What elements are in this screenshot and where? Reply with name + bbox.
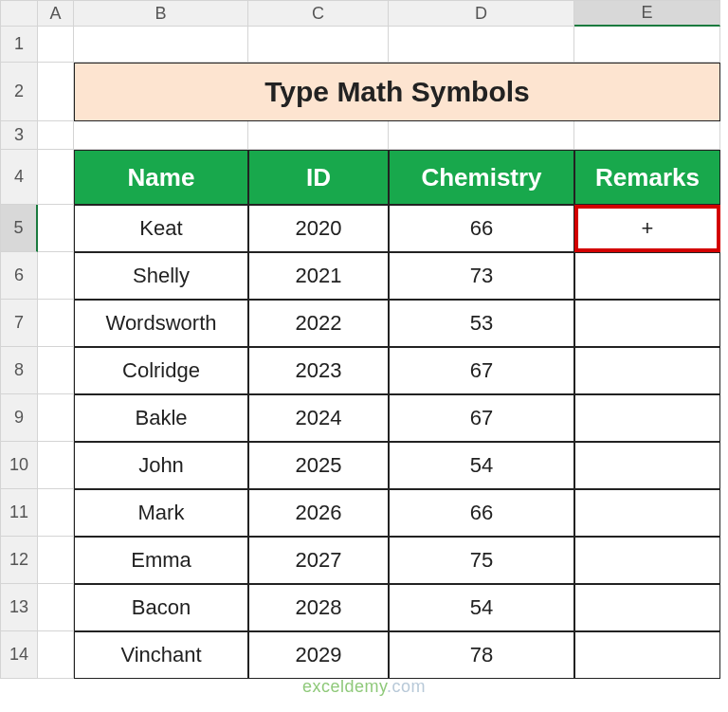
cell-A6[interactable] [38,252,74,300]
cell-E6[interactable] [574,252,720,300]
col-header-D[interactable]: D [389,0,574,27]
row-header-13[interactable]: 13 [0,584,38,631]
cell-C1[interactable] [248,27,389,63]
table-header-id[interactable]: ID [248,150,389,205]
cell-D8[interactable]: 67 [389,347,574,394]
cell-E13[interactable] [574,584,720,631]
cell-B6[interactable]: Shelly [74,252,248,300]
cell-D5[interactable]: 66 [389,205,574,252]
watermark-brand: exceldemy [302,677,387,696]
col-header-A[interactable]: A [38,0,74,27]
row-header-14[interactable]: 14 [0,631,38,679]
spreadsheet-grid: A B C D E 1 2 Type Math Symbols 3 4 Name… [0,0,728,679]
cell-B1[interactable] [74,27,248,63]
cell-D6[interactable]: 73 [389,252,574,300]
row-header-2[interactable]: 2 [0,63,38,121]
cell-E12[interactable] [574,537,720,584]
cell-E7[interactable] [574,300,720,347]
cell-C12[interactable]: 2027 [248,537,389,584]
row-header-7[interactable]: 7 [0,300,38,347]
row-header-8[interactable]: 8 [0,347,38,394]
table-header-remarks[interactable]: Remarks [574,150,720,205]
cell-E3[interactable] [574,121,720,150]
row-header-11[interactable]: 11 [0,489,38,537]
cell-E8[interactable] [574,347,720,394]
row-header-9[interactable]: 9 [0,394,38,442]
cell-A11[interactable] [38,489,74,537]
select-all-corner[interactable] [0,0,38,27]
cell-B14[interactable]: Vinchant [74,631,248,679]
cell-E1[interactable] [574,27,720,63]
title-cell[interactable]: Type Math Symbols [74,63,720,121]
cell-A10[interactable] [38,442,74,489]
cell-C14[interactable]: 2029 [248,631,389,679]
cell-A1[interactable] [38,27,74,63]
row-header-1[interactable]: 1 [0,27,38,63]
row-header-3[interactable]: 3 [0,121,38,150]
cell-A4[interactable] [38,150,74,205]
cell-A5[interactable] [38,205,74,252]
column-header-row: A B C D E [0,0,728,27]
cell-B7[interactable]: Wordsworth [74,300,248,347]
watermark-suffix: .com [387,677,426,696]
cell-C3[interactable] [248,121,389,150]
col-header-E[interactable]: E [574,0,720,27]
cell-C10[interactable]: 2025 [248,442,389,489]
cell-B5[interactable]: Keat [74,205,248,252]
row-header-6[interactable]: 6 [0,252,38,300]
cell-B13[interactable]: Bacon [74,584,248,631]
row-header-12[interactable]: 12 [0,537,38,584]
cell-B9[interactable]: Bakle [74,394,248,442]
cell-A9[interactable] [38,394,74,442]
cell-E11[interactable] [574,489,720,537]
cell-D9[interactable]: 67 [389,394,574,442]
cell-A14[interactable] [38,631,74,679]
cell-A7[interactable] [38,300,74,347]
table-header-chemistry[interactable]: Chemistry [389,150,574,205]
cell-B11[interactable]: Mark [74,489,248,537]
cell-C5[interactable]: 2020 [248,205,389,252]
cell-B12[interactable]: Emma [74,537,248,584]
row-header-10[interactable]: 10 [0,442,38,489]
cell-D12[interactable]: 75 [389,537,574,584]
cell-D10[interactable]: 54 [389,442,574,489]
col-header-C[interactable]: C [248,0,389,27]
cell-A13[interactable] [38,584,74,631]
cell-E14[interactable] [574,631,720,679]
cell-E10[interactable] [574,442,720,489]
cell-D11[interactable]: 66 [389,489,574,537]
row-header-5[interactable]: 5 [0,205,38,252]
cell-C13[interactable]: 2028 [248,584,389,631]
cell-D3[interactable] [389,121,574,150]
cell-A12[interactable] [38,537,74,584]
watermark: exceldemy.com [302,677,426,697]
cell-B3[interactable] [74,121,248,150]
cell-B10[interactable]: John [74,442,248,489]
cell-D7[interactable]: 53 [389,300,574,347]
cell-A2[interactable] [38,63,74,121]
cell-E5[interactable]: + [574,205,720,252]
cell-B8[interactable]: Colridge [74,347,248,394]
cell-D1[interactable] [389,27,574,63]
cell-D13[interactable]: 54 [389,584,574,631]
cell-C9[interactable]: 2024 [248,394,389,442]
cell-A3[interactable] [38,121,74,150]
cell-C11[interactable]: 2026 [248,489,389,537]
cell-E9[interactable] [574,394,720,442]
cell-A8[interactable] [38,347,74,394]
table-header-name[interactable]: Name [74,150,248,205]
cell-D14[interactable]: 78 [389,631,574,679]
cell-C8[interactable]: 2023 [248,347,389,394]
col-header-B[interactable]: B [74,0,248,27]
row-header-4[interactable]: 4 [0,150,38,205]
cell-C6[interactable]: 2021 [248,252,389,300]
cell-C7[interactable]: 2022 [248,300,389,347]
